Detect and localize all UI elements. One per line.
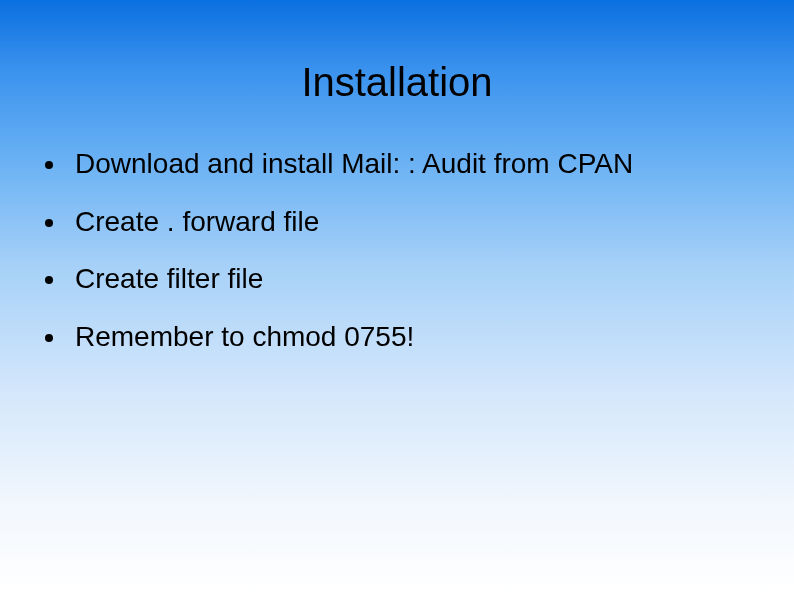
bullet-text: Create . forward file: [75, 206, 319, 237]
list-item: Download and install Mail: : Audit from …: [45, 135, 774, 193]
bullet-text: Create filter file: [75, 263, 263, 294]
list-item: Remember to chmod 0755!: [45, 308, 774, 366]
bullet-list: Download and install Mail: : Audit from …: [0, 135, 794, 365]
slide-title: Installation: [0, 0, 794, 135]
list-item: Create . forward file: [45, 193, 774, 251]
slide: Installation Download and install Mail: …: [0, 0, 794, 595]
bullet-text: Download and install Mail: : Audit from …: [75, 148, 633, 179]
bullet-text: Remember to chmod 0755!: [75, 321, 414, 352]
list-item: Create filter file: [45, 250, 774, 308]
